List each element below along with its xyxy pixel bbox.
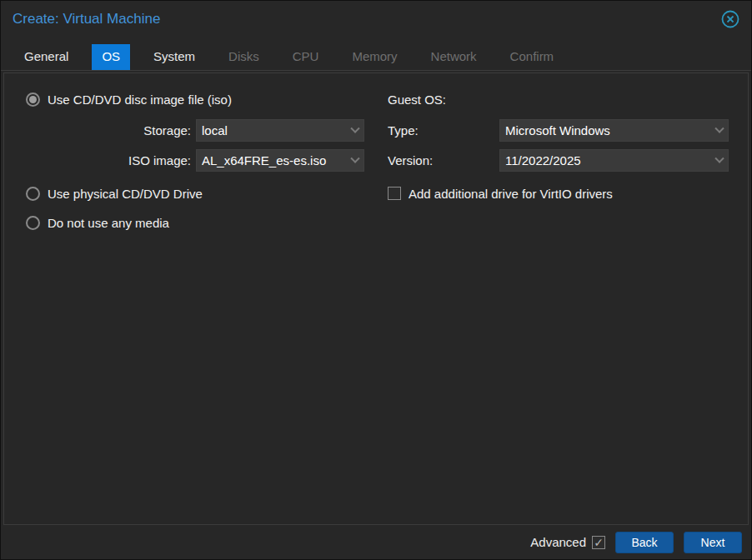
- tab-cpu: CPU: [283, 44, 329, 70]
- advanced-toggle[interactable]: Advanced ✓: [530, 535, 605, 549]
- dialog-footer: Advanced ✓ Back Next: [1, 525, 751, 559]
- next-button[interactable]: Next: [684, 532, 742, 553]
- chevron-down-icon: [714, 153, 724, 162]
- checkbox-icon-virtio[interactable]: [388, 187, 401, 200]
- chevron-down-icon: [714, 123, 724, 132]
- chevron-down-icon: [350, 153, 359, 162]
- tab-disks: Disks: [218, 44, 269, 70]
- os-version-value: 11/2022/2025: [505, 153, 709, 168]
- tab-network: Network: [421, 44, 487, 70]
- radio-label-physical-drive: Use physical CD/DVD Drive: [48, 187, 203, 201]
- circle-x-icon: [720, 9, 740, 29]
- virtio-checkbox-label: Add additional drive for VirtIO drivers: [409, 187, 613, 201]
- radio-icon-use-iso[interactable]: [26, 92, 40, 107]
- guest-os-column: Guest OS: Type: Microsoft Windows Versio…: [388, 90, 731, 202]
- os-version-row: Version: 11/2022/2025: [388, 149, 731, 172]
- tab-memory: Memory: [342, 44, 407, 70]
- os-version-select[interactable]: 11/2022/2025: [499, 149, 729, 172]
- tab-os[interactable]: OS: [92, 44, 130, 70]
- storage-row: Storage: local: [26, 119, 388, 142]
- os-type-row: Type: Microsoft Windows: [388, 119, 731, 142]
- advanced-label: Advanced: [530, 535, 586, 549]
- content-wrap: Use CD/DVD disc image file (iso) Storage…: [1, 71, 751, 525]
- tab-confirm: Confirm: [500, 44, 564, 70]
- chevron-down-icon: [350, 123, 359, 132]
- wizard-tabs: General OS System Disks CPU Memory Netwo…: [1, 38, 751, 71]
- dialog-titlebar: Create: Virtual Machine: [1, 1, 751, 38]
- radio-physical-drive[interactable]: Use physical CD/DVD Drive: [26, 184, 388, 202]
- radio-label-no-media: Do not use any media: [48, 216, 169, 230]
- iso-image-value: AL_x64FRE_es-es.iso: [202, 153, 345, 168]
- iso-image-row: ISO image: AL_x64FRE_es-es.iso: [26, 149, 388, 172]
- iso-image-label: ISO image:: [26, 153, 196, 168]
- dialog-title: Create: Virtual Machine: [13, 11, 719, 28]
- create-vm-dialog: Create: Virtual Machine General OS Syste…: [0, 0, 752, 560]
- close-button[interactable]: [719, 8, 741, 30]
- back-button[interactable]: Back: [615, 532, 674, 553]
- os-type-label: Type:: [388, 123, 499, 138]
- media-column: Use CD/DVD disc image file (iso) Storage…: [26, 90, 388, 242]
- guest-os-heading: Guest OS:: [388, 90, 731, 108]
- radio-no-media[interactable]: Do not use any media: [26, 213, 388, 232]
- radio-label-use-iso: Use CD/DVD disc image file (iso): [48, 92, 232, 107]
- virtio-drive-checkbox-row[interactable]: Add additional drive for VirtIO drivers: [388, 185, 731, 202]
- iso-image-select[interactable]: AL_x64FRE_es-es.iso: [196, 149, 364, 172]
- radio-icon-no-media[interactable]: [26, 216, 40, 230]
- checkbox-icon-advanced[interactable]: ✓: [592, 536, 605, 549]
- os-type-select[interactable]: Microsoft Windows: [499, 119, 729, 142]
- storage-select[interactable]: local: [196, 119, 364, 142]
- storage-value: local: [202, 123, 345, 138]
- os-tab-panel: Use CD/DVD disc image file (iso) Storage…: [3, 72, 749, 525]
- radio-icon-physical-drive[interactable]: [26, 187, 40, 201]
- storage-label: Storage:: [26, 123, 196, 138]
- radio-use-iso[interactable]: Use CD/DVD disc image file (iso): [26, 90, 388, 108]
- os-version-label: Version:: [388, 153, 499, 168]
- os-type-value: Microsoft Windows: [505, 123, 709, 138]
- tab-general[interactable]: General: [14, 44, 78, 70]
- tab-system[interactable]: System: [143, 44, 205, 70]
